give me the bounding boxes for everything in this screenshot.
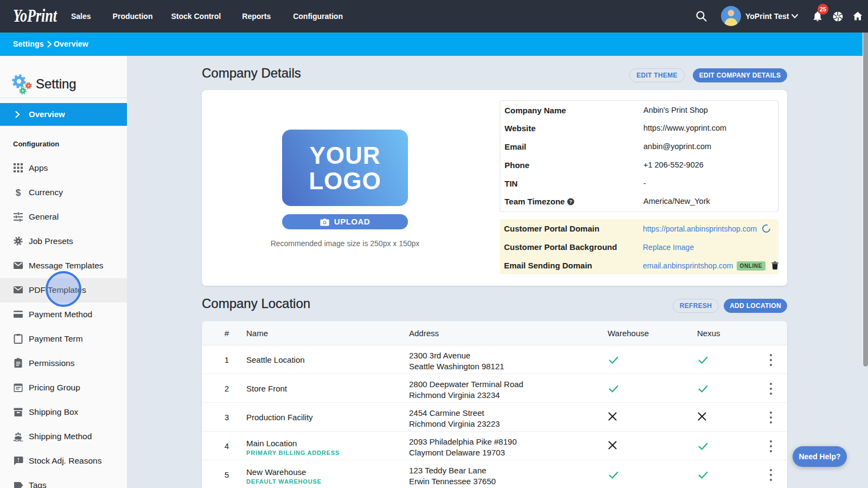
svg-text:$: $	[16, 188, 21, 198]
svg-text:?: ?	[570, 199, 573, 204]
